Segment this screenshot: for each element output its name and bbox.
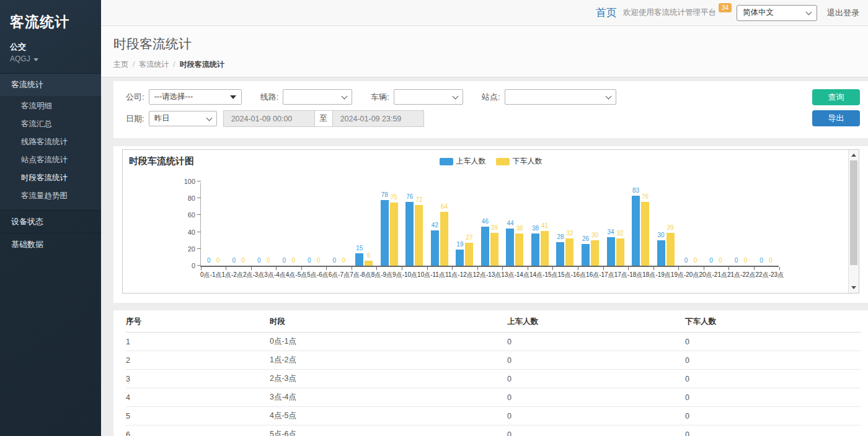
table-cell: 0 (685, 388, 861, 407)
bar-value-label: 0 (317, 257, 321, 264)
bar-下车人数: 38 (515, 233, 523, 266)
breadcrumb-item[interactable]: 客流统计 (139, 60, 169, 69)
x-axis-label: 1点-2点 (221, 271, 242, 279)
sidebar-group-设备状态[interactable]: 设备状态 (0, 210, 101, 233)
bar-value-label: 38 (532, 225, 539, 232)
line-label: 线路: (260, 92, 279, 103)
bar-value-label: 0 (216, 257, 220, 264)
bar-value-label: 0 (232, 257, 236, 264)
x-axis-label: 21点-22点 (727, 271, 756, 279)
bar-group-18点-19点: 3039 (653, 183, 678, 266)
sidebar-group-基础数据[interactable]: 基础数据 (0, 233, 101, 256)
x-axis-tick-mark (301, 267, 302, 270)
bar-下车人数: 6 (365, 261, 373, 266)
bar-group-20点-21点: 00 (703, 183, 728, 266)
bar-value-label: 75 (391, 194, 397, 201)
legend-item-下车人数[interactable]: 下车人数 (496, 156, 542, 167)
bar-value-label: 15 (356, 245, 363, 251)
line-select[interactable] (283, 89, 352, 105)
table-cell: 0 (685, 425, 861, 436)
date-range-separator: 至 (315, 110, 332, 127)
y-axis-tick-label: 100 (174, 178, 195, 185)
scroll-down-arrow-icon[interactable] (849, 283, 859, 292)
query-button[interactable]: 查询 (812, 89, 860, 105)
bar-下车人数: 39 (490, 233, 498, 266)
bar-value-label: 0 (207, 257, 211, 264)
chart-x-axis-labels: 0点-1点1点-2点2点-3点3点-4点4点-5点5点-6点6点-7点7点-8点… (200, 271, 779, 279)
notification-badge[interactable]: 34 (719, 3, 732, 12)
sidebar-item-站点客流统计[interactable]: 站点客流统计 (0, 151, 101, 169)
filter-panel: 公司: ---请选择--- 线路: 车辆: 站点: (113, 81, 868, 138)
bar-下车人数: 32 (565, 238, 574, 266)
bar-group-10点-11点: 1927 (452, 183, 477, 266)
x-axis-tick-mark (653, 267, 654, 270)
date-start-input[interactable]: 2024-01-09 00:00 (223, 110, 315, 127)
bar-下车人数: 41 (541, 231, 549, 266)
export-button[interactable]: 导出 (812, 110, 860, 126)
x-axis-label: 5点-6点 (307, 271, 328, 279)
legend-item-上车人数[interactable]: 上车人数 (440, 156, 486, 167)
y-axis-tick-mark (197, 181, 201, 181)
bar-value-label: 0 (333, 257, 337, 264)
bar-group-12点-13点: 4438 (502, 183, 528, 266)
date-end-input[interactable]: 2024-01-09 23:59 (332, 110, 424, 127)
bar-上车人数: 28 (556, 242, 564, 266)
chart-scrollbar[interactable] (848, 150, 859, 293)
bar-上车人数: 46 (481, 227, 489, 266)
bar-下车人数: 75 (390, 203, 398, 266)
bar-value-label: 0 (769, 257, 773, 264)
company-select[interactable]: ---请选择--- (149, 89, 242, 105)
x-axis-label: 13点-14点 (501, 271, 529, 279)
sidebar-submenu: 客流明细客流汇总线路客流统计站点客流统计时段客流统计客流量趋势图 (0, 96, 101, 210)
chart-panel: 时段车流统计图 上车人数下车人数 02040608010000000000000… (113, 146, 868, 303)
chevron-down-icon (452, 94, 458, 100)
y-axis-tick-label: 20 (174, 245, 195, 253)
bar-group-16点-17点: 3432 (603, 183, 628, 266)
table-cell: 1点-2点 (270, 351, 507, 370)
date-range-select[interactable]: 昨日 (149, 111, 217, 126)
bar-group-11点-12点: 4639 (477, 183, 503, 266)
station-select[interactable] (505, 89, 616, 105)
bar-value-label: 42 (432, 222, 438, 229)
sidebar-item-时段客流统计[interactable]: 时段客流统计 (0, 169, 101, 187)
table-header-序号: 序号 (126, 310, 270, 333)
bar-value-label: 0 (744, 257, 748, 264)
bar-下车人数: 27 (465, 243, 473, 266)
breadcrumb: 主页/客流统计/时段客流统计 (113, 59, 868, 70)
bar-value-label: 0 (342, 257, 346, 264)
sidebar-item-客流汇总[interactable]: 客流汇总 (0, 115, 101, 133)
content: 公司: ---请选择--- 线路: 车辆: 站点: (101, 77, 868, 436)
chevron-down-icon (806, 9, 812, 15)
triangle-down-icon (230, 95, 236, 99)
app-logo: 客流统计 (0, 0, 101, 35)
bar-group-3点-4点: 00 (277, 183, 302, 266)
sidebar-group-客流统计[interactable]: 客流统计 (0, 73, 101, 96)
sidebar-item-客流量趋势图[interactable]: 客流量趋势图 (0, 187, 101, 205)
bar-下车人数: 39 (666, 233, 675, 266)
table-cell: 4点-5点 (270, 407, 507, 425)
breadcrumb-item[interactable]: 主页 (113, 60, 128, 69)
bar-value-label: 41 (541, 222, 548, 229)
vehicle-select[interactable] (394, 89, 463, 105)
sidebar: 客流统计 公交 AQGJ 客流统计客流明细客流汇总线路客流统计站点客流统计时段客… (0, 0, 101, 436)
chart: 时段车流统计图 上车人数下车人数 02040608010000000000000… (122, 149, 859, 294)
language-select[interactable]: 简体中文 (737, 5, 817, 21)
table-cell: 0 (507, 370, 685, 388)
bar-value-label: 34 (607, 229, 614, 235)
bar-上车人数: 15 (355, 253, 363, 266)
bar-value-label: 0 (694, 257, 698, 264)
scrollbar-thumb[interactable] (850, 160, 857, 265)
bar-下车人数: 76 (641, 202, 649, 266)
sidebar-item-客流明细[interactable]: 客流明细 (0, 97, 101, 115)
org-selector[interactable]: AQGJ (0, 53, 101, 73)
legend-swatch-icon (440, 158, 453, 165)
logout-link[interactable]: 退出登录 (827, 7, 859, 19)
home-link[interactable]: 首页 (596, 6, 617, 20)
sidebar-item-线路客流统计[interactable]: 线路客流统计 (0, 133, 101, 151)
bar-group-14点-15点: 2832 (552, 183, 578, 266)
x-axis-tick-mark (427, 267, 428, 270)
scroll-up-arrow-icon[interactable] (849, 150, 859, 160)
bar-groups: 0000000000001567875767242641927463944383… (201, 183, 779, 266)
bar-上车人数: 34 (607, 237, 615, 266)
bar-group-19点-20点: 00 (678, 183, 704, 266)
